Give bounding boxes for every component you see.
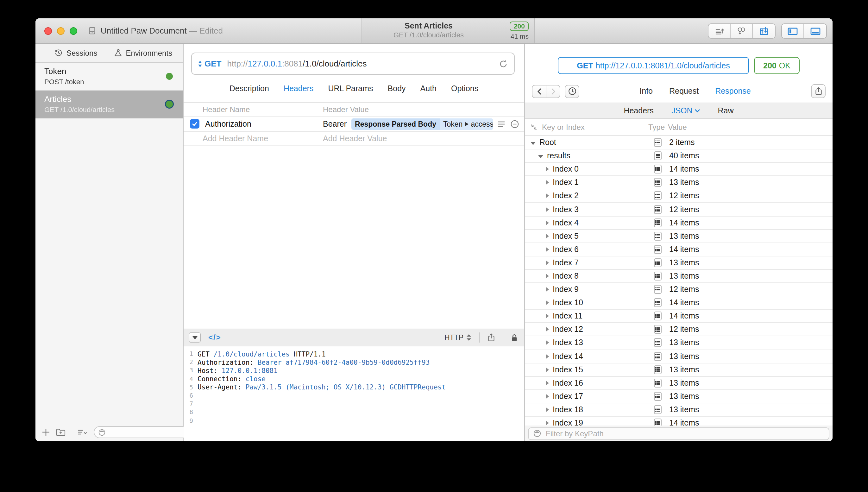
request-tab[interactable]: Headers xyxy=(283,84,314,93)
json-tree-row[interactable]: Index 6 14 items xyxy=(525,243,833,256)
value-type-icon xyxy=(654,165,662,173)
zoom-window-button[interactable] xyxy=(70,27,77,34)
disclosure-triangle-icon[interactable] xyxy=(546,300,549,305)
code-preview-icon[interactable]: </> xyxy=(208,333,221,342)
request-tab[interactable]: Options xyxy=(451,84,478,93)
json-tree-row[interactable]: Index 8 13 items xyxy=(525,270,833,283)
disclosure-triangle-icon[interactable] xyxy=(538,155,543,158)
disclosure-triangle-icon[interactable] xyxy=(546,247,549,252)
disclosure-triangle-icon[interactable] xyxy=(530,142,536,145)
disclosure-triangle-icon[interactable] xyxy=(546,394,549,399)
request-list-item[interactable]: Token POST /token xyxy=(35,63,183,91)
json-tree-row[interactable]: Index 10 14 items xyxy=(525,296,833,310)
json-tree-row[interactable]: Index 16 13 items xyxy=(525,376,833,390)
json-tree-row[interactable]: Index 3 12 items xyxy=(525,203,833,216)
minimize-window-button[interactable] xyxy=(57,27,65,34)
panel-collapse-button[interactable] xyxy=(189,333,201,343)
json-tree-row[interactable]: Index 15 13 items xyxy=(525,363,833,376)
disclosure-triangle-icon[interactable] xyxy=(546,407,549,412)
json-tree-row[interactable]: Index 12 12 items xyxy=(525,323,833,337)
disclosure-triangle-icon[interactable] xyxy=(546,233,549,239)
header-value-prefix[interactable]: Bearer xyxy=(323,119,347,128)
reorder-handle-icon[interactable] xyxy=(498,121,505,127)
history-button[interactable] xyxy=(565,84,579,98)
add-header-value-field[interactable]: Add Header Value xyxy=(323,134,387,143)
request-tab[interactable]: Body xyxy=(388,84,406,93)
json-tree-row[interactable]: results 40 items xyxy=(525,149,833,163)
forward-button[interactable] xyxy=(546,85,560,97)
refresh-icon[interactable] xyxy=(499,59,508,68)
response-request-button[interactable]: GEThttp://127.0.0.1:8081/1.0/cloud/artic… xyxy=(558,57,749,74)
response-status-button[interactable]: 200OK xyxy=(754,57,800,74)
request-list-item[interactable]: Articles GET /1.0/cloud/articles xyxy=(35,91,183,118)
json-tree-row[interactable]: Index 2 12 items xyxy=(525,190,833,203)
line-number: 8 xyxy=(183,409,198,416)
add-header-name-field[interactable]: Add Header Name xyxy=(203,134,268,143)
collapse-all-icon[interactable] xyxy=(530,123,538,131)
disclosure-triangle-icon[interactable] xyxy=(546,354,549,359)
disclosure-triangle-icon[interactable] xyxy=(546,207,549,212)
json-tree-row[interactable]: Index 7 13 items xyxy=(525,256,833,270)
response-format-tab[interactable]: Headers xyxy=(624,106,654,115)
disclosure-triangle-icon[interactable] xyxy=(546,420,549,425)
disclosure-triangle-icon[interactable] xyxy=(546,380,549,385)
json-tree-row[interactable]: Index 4 14 items xyxy=(525,216,833,229)
disclosure-triangle-icon[interactable] xyxy=(546,274,549,279)
json-tree-row[interactable]: Index 1 13 items xyxy=(525,176,833,190)
disclosure-triangle-icon[interactable] xyxy=(546,314,549,319)
disclosure-triangle-icon[interactable] xyxy=(546,260,549,265)
json-tree-row[interactable]: Index 11 14 items xyxy=(525,310,833,323)
disclosure-triangle-icon[interactable] xyxy=(546,287,549,292)
json-tree-row[interactable]: Root 2 items xyxy=(525,136,833,149)
response-format-tab[interactable]: JSON xyxy=(671,106,700,115)
response-format-tab[interactable]: Raw xyxy=(718,106,734,115)
language-select[interactable]: HTTP xyxy=(444,334,472,341)
json-tree-row[interactable]: Index 18 13 items xyxy=(525,403,833,417)
json-tree-row[interactable]: Index 14 13 items xyxy=(525,350,833,363)
code-generator-button[interactable] xyxy=(709,24,730,38)
method-stepper-icon[interactable] xyxy=(198,60,202,67)
json-tree-row[interactable]: Index 13 13 items xyxy=(525,337,833,350)
add-request-button[interactable] xyxy=(42,428,50,436)
response-tab[interactable]: Response xyxy=(715,87,751,96)
disclosure-triangle-icon[interactable] xyxy=(546,193,549,198)
sidebar-tab-environments[interactable]: Environments xyxy=(114,48,172,57)
lock-icon[interactable] xyxy=(511,334,518,342)
response-tab[interactable]: Request xyxy=(669,87,699,96)
toggle-left-panel-button[interactable] xyxy=(782,24,804,38)
sort-options-button[interactable] xyxy=(77,428,88,436)
disclosure-triangle-icon[interactable] xyxy=(546,220,549,225)
dynamic-value-chip[interactable]: Response Parsed Body Tokenaccess… xyxy=(351,118,493,129)
toggle-bottom-panel-button[interactable] xyxy=(804,24,826,38)
url-input[interactable]: http://127.0.0.1:8081/1.0/cloud/articles xyxy=(227,59,499,68)
close-window-button[interactable] xyxy=(44,27,52,34)
json-tree-row[interactable]: Index 5 13 items xyxy=(525,229,833,243)
json-tree-row[interactable]: Index 9 12 items xyxy=(525,283,833,296)
share-code-icon[interactable] xyxy=(488,333,495,342)
share-response-button[interactable] xyxy=(811,84,825,98)
method-label[interactable]: GET xyxy=(204,59,221,68)
extensions-paw-button[interactable] xyxy=(730,24,753,38)
url-bar[interactable]: GET http://127.0.0.1:8081/1.0/cloud/arti… xyxy=(191,53,515,75)
header-enabled-checkbox[interactable] xyxy=(190,119,199,128)
back-button[interactable] xyxy=(532,85,546,97)
request-tab[interactable]: URL Params xyxy=(328,84,373,93)
request-tab[interactable]: Auth xyxy=(420,84,437,93)
json-tree-row[interactable]: Index 0 14 items xyxy=(525,163,833,176)
response-tab[interactable]: Info xyxy=(640,87,653,96)
keypath-filter-field[interactable] xyxy=(528,427,829,440)
header-name-cell[interactable]: Authorization xyxy=(205,119,251,128)
remove-header-icon[interactable] xyxy=(510,119,519,128)
header-value-cell[interactable]: Bearer Response Parsed Body Tokenaccess… xyxy=(323,118,519,129)
disclosure-triangle-icon[interactable] xyxy=(546,180,549,185)
disclosure-triangle-icon[interactable] xyxy=(546,340,549,345)
import-export-button[interactable] xyxy=(753,24,775,38)
json-tree-row[interactable]: Index 17 13 items xyxy=(525,390,833,403)
sidebar-tab-sessions[interactable]: Sessions xyxy=(54,48,97,57)
add-group-button[interactable] xyxy=(56,428,66,436)
disclosure-triangle-icon[interactable] xyxy=(546,367,549,372)
keypath-filter-input[interactable] xyxy=(544,428,824,439)
disclosure-triangle-icon[interactable] xyxy=(546,327,549,332)
disclosure-triangle-icon[interactable] xyxy=(546,167,549,172)
request-tab[interactable]: Description xyxy=(229,84,269,93)
